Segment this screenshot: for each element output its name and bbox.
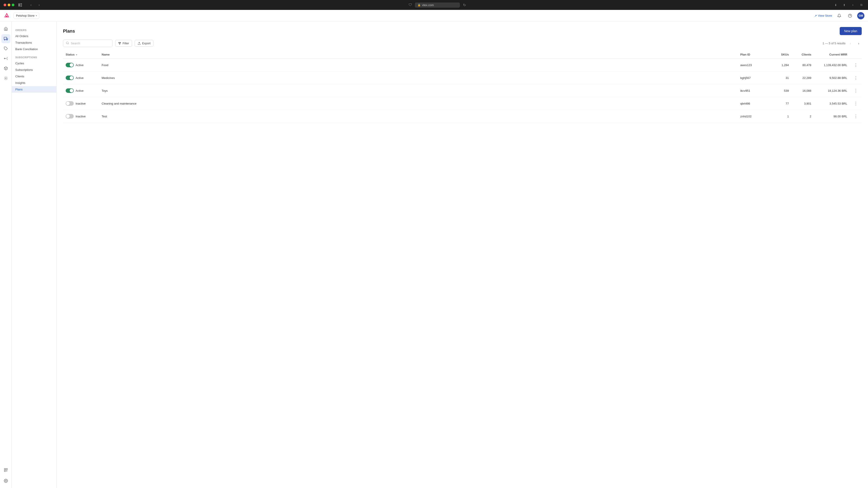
browser-chrome: ‹ › 🛡 🔒 vtex.com ↻ ⬇ ⬆ ＋ ⧉ [0,0,868,10]
clients-cell: 22,289 [792,71,814,84]
filter-button[interactable]: Filter [115,40,132,47]
maximize-window-button[interactable] [12,4,14,6]
browser-address-area: 🛡 🔒 vtex.com ↻ [45,2,830,8]
refresh-button[interactable]: ↻ [461,2,467,8]
plan-name-cell: Toys [99,84,738,97]
clients-cell: 3,901 [792,97,814,110]
column-header-name: Name [99,51,738,59]
lock-icon: 🔒 [417,4,421,6]
share-button[interactable]: ⬆ [841,2,847,8]
status-toggle[interactable] [66,101,74,106]
new-tab-button[interactable]: ＋ [849,2,856,8]
browser-shield-button[interactable]: 🛡 [407,2,413,8]
sidebar-icon-inventory[interactable] [1,64,10,73]
svg-point-12 [6,39,7,40]
sidebar-item-bank-conciliation[interactable]: Bank Conciliation [12,46,57,52]
download-button[interactable]: ⬇ [833,2,839,8]
next-page-button[interactable]: › [856,40,862,47]
sidebar-item-subscriptions[interactable]: Subscriptions [12,67,57,73]
table-container: Status ▾ Name Plan ID SKUs Clients Curre… [63,51,862,123]
row-actions-button[interactable]: ⋮ [853,88,859,94]
table-row: Inactive Cleaning and maintenanceqbrt486… [63,97,862,110]
plan-id-cell: qbrt486 [738,97,769,110]
avatar-initials: GM [859,14,863,17]
status-label: Inactive [75,102,86,105]
tabs-overview-button[interactable]: ⧉ [858,2,864,8]
new-plan-button[interactable]: New plan [840,27,862,35]
store-selector[interactable]: Petshop Store ▾ [13,12,39,19]
view-store-label: View Store [818,14,832,17]
user-avatar[interactable]: GM [857,12,864,19]
status-toggle[interactable] [66,114,74,119]
search-input[interactable] [71,41,110,45]
status-toggle[interactable] [66,75,74,80]
svg-point-19 [5,480,6,482]
sidebar-item-cycles[interactable]: Cycles [12,60,57,67]
svg-rect-3 [20,6,22,6]
prev-page-button[interactable]: ‹ [847,40,854,47]
plan-name-cell: Cleaning and maintenance [99,97,738,110]
minimize-window-button[interactable] [8,4,10,6]
toolbar: Filter Export 1 — 5 of 5 results ‹ › [63,39,862,47]
store-selector-chevron-icon: ▾ [36,14,37,17]
svg-line-21 [68,43,69,44]
forward-button[interactable]: › [36,2,42,8]
column-header-status[interactable]: Status ▾ [63,51,99,59]
address-bar[interactable]: 🔒 vtex.com [415,2,460,8]
sidebar-item-clients[interactable]: Clients [12,73,57,80]
browser-sidebar-toggle[interactable] [17,2,23,8]
column-header-mrr: Current MRR [814,51,850,59]
row-actions-button[interactable]: ⋮ [853,75,859,81]
notifications-button[interactable] [836,12,843,19]
svg-point-11 [4,39,5,40]
icon-sidebar-bottom [1,465,10,485]
export-button[interactable]: Export [135,40,154,47]
actions-cell: ⋮ [850,59,862,71]
status-label: Active [75,63,84,67]
table-row: Inactive Testznhd1021298.00 BRL⋮ [63,110,862,123]
status-toggle[interactable] [66,63,74,67]
svg-point-20 [66,42,68,44]
sidebar-icon-catalog[interactable] [1,44,10,53]
svg-rect-0 [19,3,20,6]
sidebar-item-insights[interactable]: Insights [12,80,57,86]
help-button[interactable] [846,12,854,19]
export-label: Export [142,41,151,45]
sidebar-icon-marketing[interactable] [1,54,10,63]
vtex-logo[interactable] [4,12,10,19]
sidebar-item-all-orders[interactable]: All Orders [12,33,57,39]
plan-id-cell: znhd102 [738,110,769,123]
search-icon [66,41,69,45]
back-button[interactable]: ‹ [28,2,34,8]
browser-window-controls [4,4,14,6]
page-content: Plans New plan [57,22,868,488]
plan-name-cell: Food [99,59,738,71]
search-box [63,39,113,47]
sidebar-item-plans[interactable]: Plans [12,86,57,93]
status-toggle[interactable] [66,88,74,93]
browser-navigation: ‹ › [28,2,42,8]
close-window-button[interactable] [4,4,6,6]
url-text: vtex.com [422,3,434,7]
table-row: Active Medicinesbghj5673122,2899,502.88 … [63,71,862,84]
plan-name-cell: Test [99,110,738,123]
mrr-cell: 1,139,432.00 BRL [814,59,850,71]
svg-rect-2 [20,5,22,5]
row-actions-button[interactable]: ⋮ [853,100,859,106]
sidebar-icon-subscriptions[interactable] [1,74,10,83]
nav-sidebar: ORDERS All Orders Transactions Bank Conc… [12,22,57,488]
skus-cell: 77 [769,97,792,110]
sidebar-icon-settings[interactable] [1,476,10,485]
sidebar-icon-home[interactable] [1,24,10,33]
row-actions-button[interactable]: ⋮ [853,113,859,119]
row-actions-button[interactable]: ⋮ [853,62,859,68]
table-header-row: Status ▾ Name Plan ID SKUs Clients Curre… [63,51,862,59]
app-container: Petshop Store ▾ ↗ View Store [0,10,868,488]
plan-id-cell: bghj567 [738,71,769,84]
sidebar-item-transactions[interactable]: Transactions [12,39,57,46]
sidebar-icon-orders[interactable] [1,34,10,43]
sort-icon: ▾ [76,54,77,56]
sidebar-icon-extensions[interactable] [1,465,10,475]
mrr-cell: 18,124.36 BRL [814,84,850,97]
view-store-link[interactable]: ↗ View Store [814,14,832,18]
